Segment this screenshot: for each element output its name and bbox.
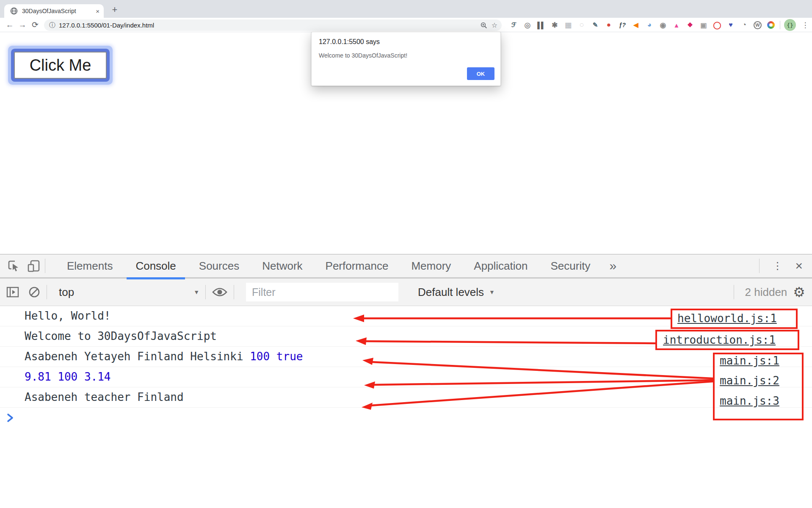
device-toolbar-icon[interactable]	[26, 259, 41, 273]
ext-w-circle-icon[interactable]: W	[754, 21, 762, 29]
log-text: Welcome to 30DaysOfJavaScript	[25, 330, 217, 342]
ext-red-o-icon[interactable]: ◯	[712, 20, 722, 30]
ext-bug-icon[interactable]: ✱	[550, 20, 560, 30]
toolbar-divider-1	[47, 285, 47, 299]
browser-menu-icon[interactable]: ⋮	[800, 18, 810, 32]
console-sidebar-icon[interactable]	[6, 286, 19, 298]
devtools-menu-icon[interactable]: ⋮	[764, 260, 791, 272]
back-icon[interactable]: ←	[3, 20, 16, 30]
console-row: Asabeneh teacher Finland	[0, 387, 812, 408]
click-me-button[interactable]: Click Me	[14, 52, 107, 79]
toolbar-divider-3	[234, 285, 234, 299]
tab-elements[interactable]: Elements	[55, 254, 124, 278]
tab-memory[interactable]: Memory	[400, 254, 462, 278]
url-input[interactable]	[59, 22, 476, 29]
ext-pink-bell-icon[interactable]: ▲	[671, 20, 682, 30]
new-tab-button[interactable]: +	[108, 3, 121, 16]
ext-blue-sphere-icon[interactable]: ◕	[644, 20, 655, 30]
tabbar-divider	[45, 259, 45, 273]
alert-dialog: 127.0.0.1:5500 says Welcome to 30DaysOfJ…	[311, 32, 501, 86]
source-link-helloworld[interactable]: helloworld.js:1	[677, 308, 777, 329]
ext-color-ring-icon[interactable]	[767, 21, 775, 29]
zoom-in-icon[interactable]	[481, 22, 487, 29]
tab-sources[interactable]: Sources	[188, 254, 251, 278]
context-label: top	[59, 286, 74, 299]
bookmark-star-icon[interactable]: ☆	[492, 21, 497, 29]
alert-message: Welcome to 30DaysOfJavaScript!	[319, 52, 407, 59]
devtools-panel: Elements Console Sources Network Perform…	[0, 254, 812, 508]
log-levels-label: Default levels	[418, 286, 484, 299]
toolbar-divider	[780, 21, 780, 29]
ext-f-question-icon[interactable]: ƒ?	[617, 20, 627, 30]
hidden-messages-count[interactable]: 2 hidden	[745, 286, 787, 299]
console-settings-gear-icon[interactable]: ⚙	[793, 285, 805, 299]
devtools-close-icon[interactable]: ×	[791, 259, 812, 273]
browser-toolbar: ← → ⟳ ⓘ ☆ ℱ ◎ ▌▌ ✱ ▦ ◌ ✎ ● ƒ? ◀ ◕ ◉ ▲ ❖ …	[0, 18, 812, 32]
forward-icon[interactable]: →	[16, 20, 29, 30]
extensions-row: ℱ ◎ ▌▌ ✱ ▦ ◌ ✎ ● ƒ? ◀ ◕ ◉ ▲ ❖ ▣ ◯ ♥ ◔ W	[507, 18, 778, 32]
ext-overlap-squares-icon[interactable]: ▣	[699, 20, 709, 30]
tab-network[interactable]: Network	[251, 254, 314, 278]
tab-performance[interactable]: Performance	[314, 254, 400, 278]
console-row: 9.81 100 3.14	[0, 367, 812, 387]
alert-ok-button[interactable]: OK	[467, 67, 494, 80]
clear-console-icon[interactable]	[28, 286, 41, 298]
reload-icon[interactable]: ⟳	[29, 20, 41, 30]
source-link-main-2[interactable]: main.js:2	[720, 370, 779, 391]
log-text: Hello, World!	[25, 309, 111, 322]
ext-camera-icon[interactable]: ◉	[658, 20, 668, 30]
ext-pink-flower-icon[interactable]: ❖	[685, 20, 695, 30]
tab-close-icon[interactable]: ×	[96, 8, 99, 15]
log-number: 9.81 100 3.14	[25, 370, 111, 383]
log-text: Asabeneh Yetayeh Finland Helsinki	[25, 350, 250, 363]
toolbar-divider-4	[734, 285, 734, 299]
log-text: Asabeneh teacher Finland	[25, 391, 184, 403]
source-link-introduction[interactable]: introduction.js:1	[663, 330, 776, 350]
ext-pause-bars-icon[interactable]: ▌▌	[536, 20, 546, 30]
ext-circle-outline-icon[interactable]: ◎	[522, 20, 533, 30]
source-link-main-1[interactable]: main.js:1	[720, 351, 779, 371]
more-tabs-icon[interactable]: »	[602, 254, 624, 278]
tab-console[interactable]: Console	[124, 254, 187, 278]
live-expression-eye-icon[interactable]	[212, 286, 228, 298]
inspect-element-icon[interactable]	[7, 259, 20, 273]
ext-heart-magnifier-icon[interactable]: ♥	[726, 20, 736, 30]
tabbar-right-divider	[759, 259, 760, 273]
devtools-tabs: Elements Console Sources Network Perform…	[55, 254, 624, 278]
browser-tab[interactable]: 30DaysOfJavaScript ×	[4, 4, 104, 18]
console-prompt[interactable]	[0, 408, 812, 428]
browser-window: 30DaysOfJavaScript × + ← → ⟳ ⓘ ☆ ℱ ◎ ▌▌ …	[0, 0, 812, 508]
ext-red-hand-icon[interactable]: ●	[604, 20, 614, 30]
filter-input[interactable]	[246, 283, 398, 301]
ext-script-f-icon[interactable]: ℱ	[509, 20, 519, 30]
ext-eyedropper-icon[interactable]: ✎	[590, 20, 600, 30]
chevron-down-icon: ▼	[193, 289, 199, 295]
address-bar[interactable]: ⓘ ☆	[44, 19, 502, 31]
ext-dotted-circle-icon[interactable]: ◌	[577, 20, 587, 30]
devtools-tabbar: Elements Console Sources Network Perform…	[0, 254, 812, 279]
log-number: 100 true	[250, 350, 303, 363]
profile-avatar[interactable]: {}	[784, 19, 796, 31]
ext-megaphone-icon[interactable]: ◀	[631, 20, 641, 30]
source-link-main-3[interactable]: main.js:3	[720, 391, 779, 411]
tab-application[interactable]: Application	[462, 254, 539, 278]
tab-title: 30DaysOfJavaScript	[22, 8, 96, 14]
prompt-chevron-icon	[7, 413, 14, 423]
toolbar-divider-2	[205, 285, 206, 299]
ext-g-circle-icon[interactable]: ◔	[739, 20, 749, 30]
globe-favicon-icon	[10, 7, 18, 15]
ext-grid-icon[interactable]: ▦	[563, 20, 573, 30]
console-toolbar: top ▼ Default levels ▼ 2 hidden ⚙	[0, 279, 812, 306]
tab-security[interactable]: Security	[539, 254, 602, 278]
chevron-down-icon: ▼	[489, 289, 495, 295]
tab-strip: 30DaysOfJavaScript × +	[0, 0, 812, 18]
log-levels-selector[interactable]: Default levels ▼	[418, 286, 495, 299]
alert-title: 127.0.0.1:5500 says	[319, 38, 380, 46]
site-info-icon[interactable]: ⓘ	[49, 21, 55, 29]
context-selector[interactable]: top ▼	[59, 286, 199, 299]
